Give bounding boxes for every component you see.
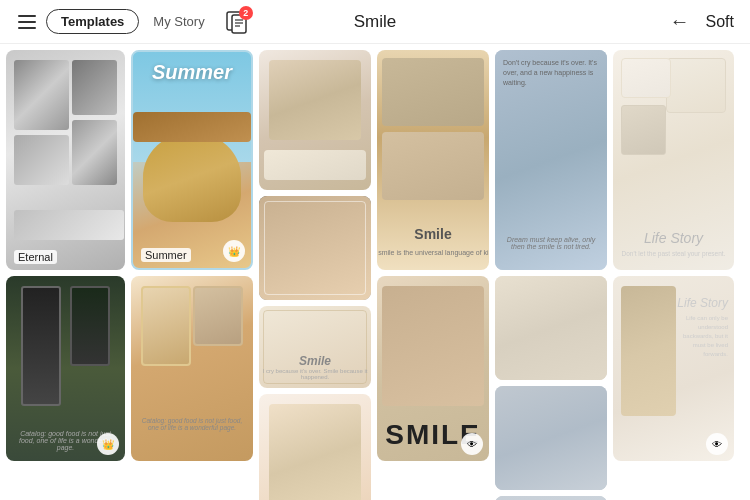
template-card-dont-cry[interactable]: Don't cry because it's over. It's over, … <box>495 50 607 270</box>
back-button[interactable]: ← <box>670 10 690 33</box>
grid-column-6: Life Story Don't let the past steal your… <box>610 44 740 500</box>
template-card-smile-building[interactable]: Smile A warm smile is the universal lang… <box>377 50 489 270</box>
template-card-smile-text[interactable]: Smile I cry because it's over. Smile bec… <box>259 394 371 500</box>
story-icon-container[interactable]: 2 <box>223 8 251 36</box>
template-card-gray-small[interactable]: Dream must keep alive, only then the smi… <box>495 496 607 500</box>
template-grid: Eternal Catalog: good food is not just f… <box>0 44 750 500</box>
soft-label: Soft <box>706 13 734 31</box>
header: Templates My Story 2 Smile ← Soft <box>0 0 750 44</box>
tab-templates[interactable]: Templates <box>46 9 139 34</box>
template-card-couch[interactable] <box>495 386 607 490</box>
grid-column-5: Don't cry because it's over. It's over, … <box>492 44 610 500</box>
template-card-glasses[interactable] <box>495 276 607 380</box>
summer-title: Summer <box>152 61 232 84</box>
eye-icon-2[interactable]: 👁 <box>706 433 728 455</box>
template-card-eternal[interactable]: Eternal <box>6 50 125 270</box>
header-right: ← Soft <box>670 10 750 33</box>
template-card-smiling-woman[interactable] <box>259 196 371 300</box>
grid-column-3: Smile I cry because it's over. Smile bec… <box>256 44 374 500</box>
header-left: Templates My Story 2 <box>0 8 251 36</box>
template-card-laptop-woman[interactable] <box>259 50 371 190</box>
template-card-summer[interactable]: Summer 👑 Summer <box>131 50 253 270</box>
crown-icon: 👑 <box>97 433 119 455</box>
menu-icon[interactable] <box>12 9 42 35</box>
template-card-small-c3[interactable]: Smile I cry because it's over. Smile bec… <box>259 306 371 388</box>
smile-card-sub: A warm smile is the universal language o… <box>377 249 489 256</box>
grid-column-2: Summer 👑 Summer Catalog: good food is no… <box>128 44 256 500</box>
tab-story[interactable]: My Story <box>143 10 214 33</box>
template-card-life-story-2[interactable]: Life Story Life can only be understood b… <box>613 276 734 461</box>
template-card-smile-big[interactable]: SMILE 👁 <box>377 276 489 461</box>
eye-icon[interactable]: 👁 <box>461 433 483 455</box>
grid-column-4: Smile A warm smile is the universal lang… <box>374 44 492 500</box>
story-badge: 2 <box>239 6 253 20</box>
smile-card-title: Smile <box>414 226 451 242</box>
header-title: Smile <box>354 12 397 32</box>
grid-column-1: Eternal Catalog: good food is not just f… <box>0 44 128 500</box>
template-card-life-story-1[interactable]: Life Story Don't let the past steal your… <box>613 50 734 270</box>
crown-icon-summer: 👑 <box>223 240 245 262</box>
template-card-suit-man[interactable]: Catalog: good food is not just food, one… <box>6 276 125 461</box>
card-summer-label: Summer <box>141 248 191 262</box>
template-card-food[interactable]: Catalog: good food is not just food, one… <box>131 276 253 461</box>
card-eternal-label: Eternal <box>14 250 57 264</box>
